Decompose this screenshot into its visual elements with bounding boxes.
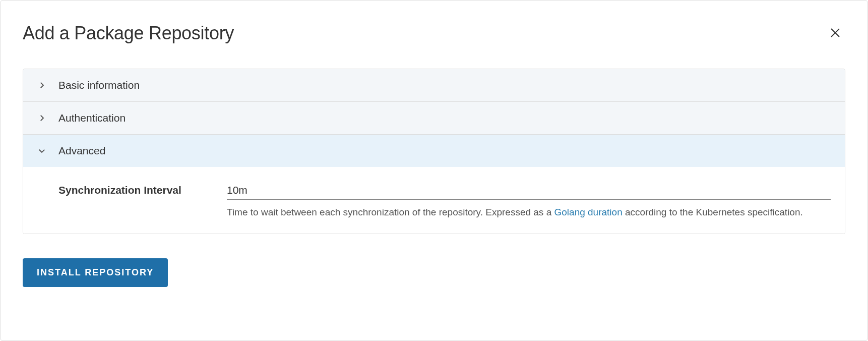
help-text-suffix: according to the Kubernetes specificatio… [623,207,803,217]
accordion: Basic information Authentication Advance… [23,69,845,234]
chevron-down-icon [37,146,46,155]
section-authentication: Authentication [23,102,845,135]
sync-interval-label: Synchronization Interval [58,181,205,196]
add-package-repository-modal: Add a Package Repository Basic informati… [0,0,868,341]
section-advanced: Advanced Synchronization Interval Time t… [23,135,845,234]
chevron-right-icon [37,81,46,90]
sync-interval-help: Time to wait between each synchronizatio… [227,206,831,219]
section-label: Authentication [58,112,126,124]
modal-header: Add a Package Repository [23,23,845,44]
section-label: Basic information [58,79,140,91]
install-repository-button[interactable]: Install Repository [23,258,168,287]
golang-duration-link[interactable]: Golang duration [554,207,623,217]
section-label: Advanced [58,145,105,157]
accordion-header-basic-information[interactable]: Basic information [23,69,845,101]
chevron-right-icon [37,113,46,123]
accordion-header-authentication[interactable]: Authentication [23,102,845,134]
sync-interval-input[interactable] [227,181,831,200]
accordion-body-advanced: Synchronization Interval Time to wait be… [23,167,845,234]
sync-interval-field-content: Time to wait between each synchronizatio… [227,181,831,219]
modal-footer: Install Repository [23,258,845,287]
accordion-header-advanced[interactable]: Advanced [23,135,845,167]
section-basic-information: Basic information [23,69,845,102]
modal-title: Add a Package Repository [23,23,234,44]
help-text-prefix: Time to wait between each synchronizatio… [227,207,554,217]
close-icon [829,27,841,40]
close-button[interactable] [825,23,845,44]
